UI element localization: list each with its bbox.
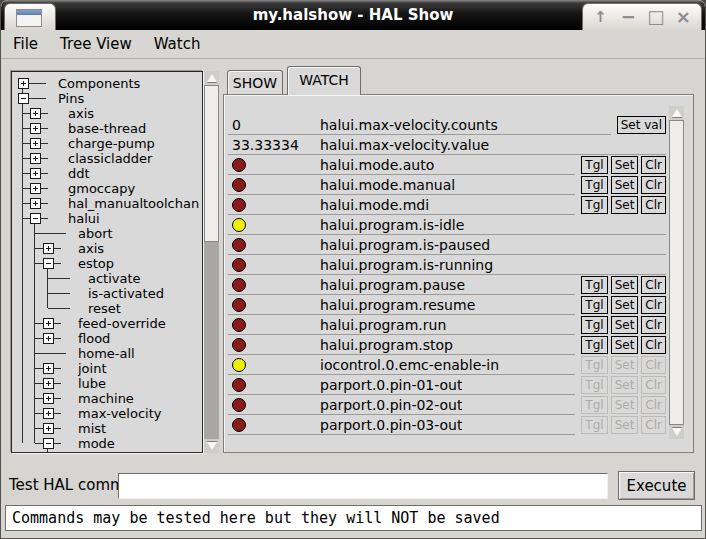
expander-plus-icon[interactable]	[43, 318, 54, 329]
tree-item-activate[interactable]: activate	[12, 271, 202, 286]
tree-item-label[interactable]: machine	[78, 391, 134, 406]
tree-item-label[interactable]: base-thread	[68, 121, 146, 136]
tree-item-label[interactable]: Pins	[58, 91, 84, 106]
tree-item-label[interactable]: estop	[78, 256, 114, 271]
title-bar[interactable]: my.halshow - HAL Show ↑ − □ ×	[1, 0, 705, 30]
watch-scrollbar-thumb[interactable]	[669, 120, 684, 425]
tree-item-label[interactable]: lube	[78, 376, 106, 391]
expander-plus-icon[interactable]	[43, 243, 54, 254]
tgl-button[interactable]: Tgl	[581, 196, 607, 214]
expander-plus-icon[interactable]	[30, 168, 41, 179]
expander-minus-icon[interactable]	[43, 438, 54, 449]
tree-item-home-all[interactable]: home-all	[12, 346, 202, 361]
tree-item-reset[interactable]: reset	[12, 301, 202, 316]
set-button[interactable]: Set	[611, 196, 639, 214]
maximize-icon[interactable]: □	[646, 7, 666, 27]
menu-watch[interactable]: Watch	[146, 32, 209, 56]
tree-item-label[interactable]: hal_manualtoolchan	[68, 196, 199, 211]
tgl-button[interactable]: Tgl	[581, 296, 607, 314]
hal-tree[interactable]: ComponentsPinsaxisbase-threadcharge-pump…	[11, 71, 203, 453]
expander-plus-icon[interactable]	[30, 183, 41, 194]
minimize-icon[interactable]: −	[618, 7, 638, 27]
tgl-button[interactable]: Tgl	[581, 336, 607, 354]
tree-item-label[interactable]: is-activated	[88, 286, 164, 301]
expander-plus-icon[interactable]	[30, 153, 41, 164]
tree-item-mode[interactable]: mode	[12, 436, 202, 451]
tree-item-label[interactable]: axis	[78, 241, 104, 256]
tree-item-axis[interactable]: axis	[12, 241, 202, 256]
clr-button[interactable]: Clr	[641, 176, 666, 194]
expander-plus-icon[interactable]	[43, 333, 54, 344]
tree-item-label[interactable]: axis	[68, 106, 94, 121]
tree-item-halui[interactable]: halui	[12, 211, 202, 226]
tree-item-label[interactable]: mist	[78, 421, 106, 436]
tree-item-label[interactable]: activate	[88, 271, 141, 286]
tree-item-label[interactable]: joint	[78, 361, 107, 376]
set-button[interactable]: Set	[611, 276, 639, 294]
tree-item-abort[interactable]: abort	[12, 226, 202, 241]
tgl-button[interactable]: Tgl	[581, 276, 607, 294]
expander-plus-icon[interactable]	[43, 423, 54, 434]
tree-item-is-activated[interactable]: is-activated	[12, 286, 202, 301]
watch-scrollbar[interactable]	[669, 106, 684, 439]
tree-scroll-up-icon[interactable]	[204, 71, 219, 85]
tree-item-label[interactable]: mode	[78, 436, 115, 451]
expander-plus-icon[interactable]	[43, 408, 54, 419]
expander-plus-icon[interactable]	[30, 138, 41, 149]
tree-scrollbar[interactable]	[204, 71, 219, 453]
clr-button[interactable]: Clr	[641, 316, 666, 334]
expander-plus-icon[interactable]	[43, 393, 54, 404]
tree-item-max-velocity[interactable]: max-velocity	[12, 406, 202, 421]
tree-item-gmoccapy[interactable]: gmoccapy	[12, 181, 202, 196]
close-icon[interactable]: ×	[673, 7, 693, 27]
hal-command-input[interactable]	[118, 473, 608, 499]
tree-item-ddt[interactable]: ddt	[12, 166, 202, 181]
tree-item-Components[interactable]: Components	[12, 76, 202, 91]
expander-plus-icon[interactable]	[43, 378, 54, 389]
menu-file[interactable]: File	[5, 32, 46, 56]
tree-item-label[interactable]: classicladder	[68, 151, 152, 166]
tree-item-hal_manualtoolchan[interactable]: hal_manualtoolchan	[12, 196, 202, 211]
tree-item-label[interactable]: gmoccapy	[68, 181, 135, 196]
tree-item-label[interactable]: home-all	[78, 346, 135, 361]
tree-item-label[interactable]: halui	[68, 211, 100, 226]
expander-plus-icon[interactable]	[43, 363, 54, 374]
set-button[interactable]: Set	[611, 156, 639, 174]
tree-item-label[interactable]: max-velocity	[78, 406, 161, 421]
clr-button[interactable]: Clr	[641, 336, 666, 354]
tree-item-label[interactable]: flood	[78, 331, 110, 346]
tree-item-classicladder[interactable]: classicladder	[12, 151, 202, 166]
tree-item-estop[interactable]: estop	[12, 256, 202, 271]
expander-minus-icon[interactable]	[30, 213, 41, 224]
tree-item-Pins[interactable]: Pins	[12, 91, 202, 106]
expander-plus-icon[interactable]	[30, 108, 41, 119]
clr-button[interactable]: Clr	[641, 276, 666, 294]
set-button[interactable]: Set	[611, 176, 639, 194]
watch-scroll-up-icon[interactable]	[669, 106, 684, 120]
tree-item-label[interactable]: Components	[58, 76, 140, 91]
tgl-button[interactable]: Tgl	[581, 316, 607, 334]
tree-item-label[interactable]: charge-pump	[68, 136, 155, 151]
shade-icon[interactable]: ↑	[591, 7, 611, 27]
tree-item-joint[interactable]: joint	[12, 361, 202, 376]
tgl-button[interactable]: Tgl	[581, 156, 607, 174]
clr-button[interactable]: Clr	[641, 156, 666, 174]
tree-item-flood[interactable]: flood	[12, 331, 202, 346]
clr-button[interactable]: Clr	[641, 296, 666, 314]
set-button[interactable]: Set	[611, 316, 639, 334]
tgl-button[interactable]: Tgl	[581, 176, 607, 194]
execute-button[interactable]: Execute	[618, 471, 695, 500]
tree-item-feed-override[interactable]: feed-override	[12, 316, 202, 331]
menu-tree-view[interactable]: Tree View	[52, 32, 140, 56]
expander-minus-icon[interactable]	[43, 258, 54, 269]
expander-minus-icon[interactable]	[18, 93, 29, 104]
tree-item-label[interactable]: ddt	[68, 166, 90, 181]
tree-item-machine[interactable]: machine	[12, 391, 202, 406]
tree-item-lube[interactable]: lube	[12, 376, 202, 391]
tree-scrollbar-thumb[interactable]	[204, 85, 219, 242]
tree-item-axis[interactable]: axis	[12, 106, 202, 121]
expander-plus-icon[interactable]	[30, 198, 41, 209]
tree-item-label[interactable]: feed-override	[78, 316, 166, 331]
tree-scroll-down-icon[interactable]	[204, 439, 219, 453]
tree-item-label[interactable]: abort	[78, 226, 113, 241]
